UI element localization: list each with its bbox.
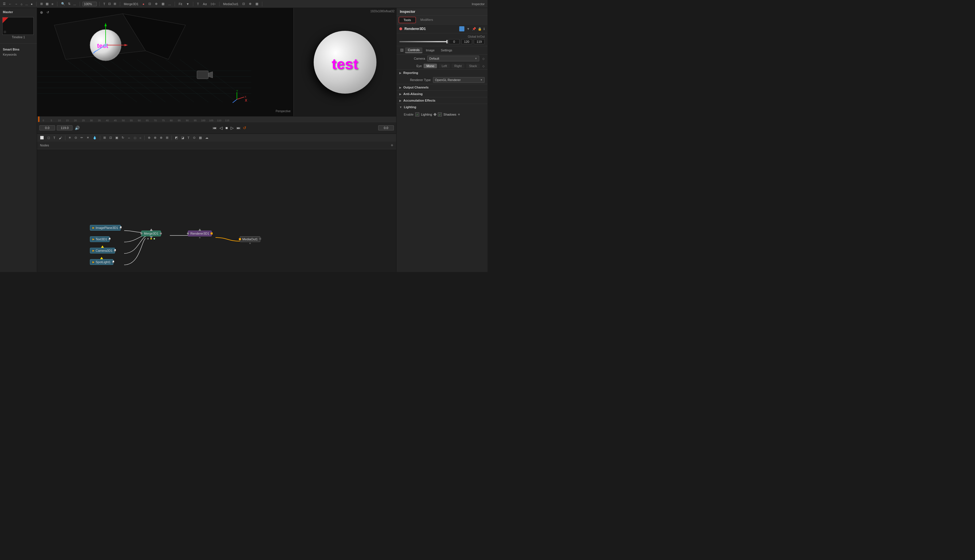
skip-end-btn[interactable]: ⏭ [236,125,241,131]
current-time-input[interactable]: 0.0 [378,125,394,130]
node-merge3d1[interactable]: Merge3D1 [141,231,161,236]
node-mediaout1[interactable]: MediaOut1 [240,236,260,242]
play-btn[interactable]: ▷ [230,125,234,131]
inout-end[interactable]: 119 [474,39,485,44]
mediaout-more1-btn[interactable]: ⊕ [248,2,253,6]
viewer-screen-btn[interactable]: ⊡ [107,2,112,6]
output-channels-section-header[interactable]: ▶ Output Channels [397,84,488,90]
start-time-input[interactable]: 0.0 [39,125,55,130]
tool-text-btn[interactable]: T [52,135,57,140]
accumulation-section-header[interactable]: ▶ Accumulation Effects [397,97,488,103]
tool-cloud-btn[interactable]: ☁ [204,135,210,140]
viewer-3d[interactable]: test [37,8,293,116]
fit-dropdown-btn[interactable]: ▼ [185,2,190,6]
tool-circle-btn[interactable]: ○ [138,135,142,140]
shadows-dot[interactable] [458,113,460,115]
search-btn[interactable]: 🔍 [60,2,66,6]
tool-mask-btn[interactable]: ▣ [114,135,119,140]
tool-3d5-btn[interactable]: ▩ [198,135,203,140]
node-camera3d1[interactable]: ▶ Camera3D1 [90,248,115,253]
tool-3d1-btn[interactable]: ◩ [174,135,179,140]
grid-btn[interactable]: ⊞ [39,2,44,6]
camera-dropdown[interactable]: Default ▼ [427,56,479,62]
tab-modifiers[interactable]: Modifiers [416,17,438,23]
tool-paint-btn[interactable]: 🖌 [58,135,63,140]
eye-right-btn[interactable]: Right [452,63,465,68]
sort-btn[interactable]: ⇅ [67,2,72,6]
tool-node4-btn[interactable]: ⊞ [165,135,170,140]
renderer-right-dot[interactable] [211,233,213,235]
eye-stack-btn[interactable]: Stack [466,63,480,68]
play-back-btn[interactable]: ◁ [219,125,223,131]
color-swatch[interactable] [459,26,464,32]
renderer-type-dropdown[interactable]: OpenGL Renderer ▼ [433,77,485,83]
merge-dot-btn[interactable]: ● [141,2,145,6]
merge-more-btn[interactable]: ... [167,2,172,6]
merge-right-dot[interactable] [160,233,162,235]
tool-sun-btn[interactable]: ☀ [85,135,90,140]
timeline-thumbnail[interactable]: ⊡ [2,17,34,35]
loop-btn[interactable]: ↺ [243,126,246,130]
merge-left-dot[interactable] [140,233,142,235]
menu-btn[interactable]: ☰ [2,2,7,6]
eye-left-btn[interactable]: Left [439,63,450,68]
shadows-checkbox[interactable]: ✓ [438,112,442,117]
timeline-playhead[interactable] [38,117,39,122]
skip-start-btn[interactable]: ⏮ [212,125,217,131]
tool-crop-btn[interactable]: ⊡ [108,135,113,140]
tool-rect-btn[interactable]: ⊞ [102,135,107,140]
viewer-icon-btn[interactable]: T [102,2,107,6]
back-btn[interactable]: ← [7,2,13,6]
tool-square-btn[interactable]: □ [133,135,137,140]
t-btn[interactable]: T [196,2,200,6]
viewer-more-btn[interactable]: ⊞ [112,2,117,6]
tool-3d4-btn[interactable]: ⊙ [192,135,197,140]
camera-extra-icon[interactable]: ◇ [482,57,485,60]
layout-btn[interactable]: ▦ [45,2,50,6]
pin-icon[interactable]: 📌 [472,27,476,31]
tool-particle-btn[interactable]: ✳ [67,135,72,140]
mediaout-icon-btn[interactable]: ⊡ [241,2,246,6]
merge-extra3-btn[interactable]: ▦ [160,2,165,6]
tool-3d3-btn[interactable]: T [187,135,191,140]
tool-node2-btn[interactable]: ⊗ [153,135,158,140]
inout-slider[interactable] [399,41,448,42]
renderer-left-dot[interactable] [187,233,189,235]
enable-checkbox[interactable]: ✓ [415,112,419,117]
home-btn[interactable]: ⌂ [19,2,24,6]
eye-mono-btn[interactable]: Mono [423,63,437,68]
subtab-settings[interactable]: Settings [438,48,455,53]
eye-extra-icon[interactable]: ◇ [482,65,485,68]
more2-btn[interactable]: ... [72,2,77,6]
viewport-reset-btn[interactable]: ↺ [45,10,50,15]
tool-drop-btn[interactable]: 💧 [92,135,98,140]
mediaout-more2-btn[interactable]: ▦ [254,2,260,6]
subtab-icon1[interactable]: 🖼 [399,48,405,53]
volume-btn[interactable]: 🔊 [74,125,80,131]
inout-mid[interactable]: 120 [461,39,472,44]
reporting-section-header[interactable]: ▶ Reporting [397,69,488,76]
node-text3d1[interactable]: ▶ Text3D1 [90,236,110,242]
anti-aliasing-section-header[interactable]: ▶ Anti-Aliasing [397,90,488,97]
node-spotlight1[interactable]: ▶ SpotLight1 [90,259,113,265]
lock-icon[interactable]: 🔒 [478,27,482,31]
viewport-transform-btn[interactable]: ⊕ [39,10,44,15]
merge-extra1-btn[interactable]: ⊡ [147,2,152,6]
inout-start[interactable]: 0 [449,39,460,44]
tool-wand-btn[interactable]: ⊙ [73,135,78,140]
tool-rotate-btn[interactable]: ↻ [120,135,125,140]
subtab-controls[interactable]: Controls [405,47,422,53]
lighting-diamond-icon[interactable] [433,113,437,116]
nodes-canvas[interactable]: ▶ ImagePlane3D1 ▶ Text3D1 ▶ Camera3D1 [37,148,396,272]
end-time-input[interactable]: 119.0 [57,125,72,130]
tool-3d2-btn[interactable]: ◪ [180,135,185,140]
inout-handle[interactable] [447,40,448,43]
forward-btn[interactable]: → [13,2,19,6]
list-btn[interactable]: ≡ [50,2,54,6]
node-imageplane3d1[interactable]: ▶ ImagePlane3D1 [90,225,121,231]
bb-btn[interactable]: ▷▷ [210,2,217,6]
viewer-rendered[interactable]: test 1920x1080xfloat32 [293,8,396,116]
tool-select-btn[interactable]: ◻ [46,135,51,140]
tool-flip-btn[interactable]: ↔ [127,135,132,140]
node-renderer3d1[interactable]: Renderer3D1 [188,231,212,236]
